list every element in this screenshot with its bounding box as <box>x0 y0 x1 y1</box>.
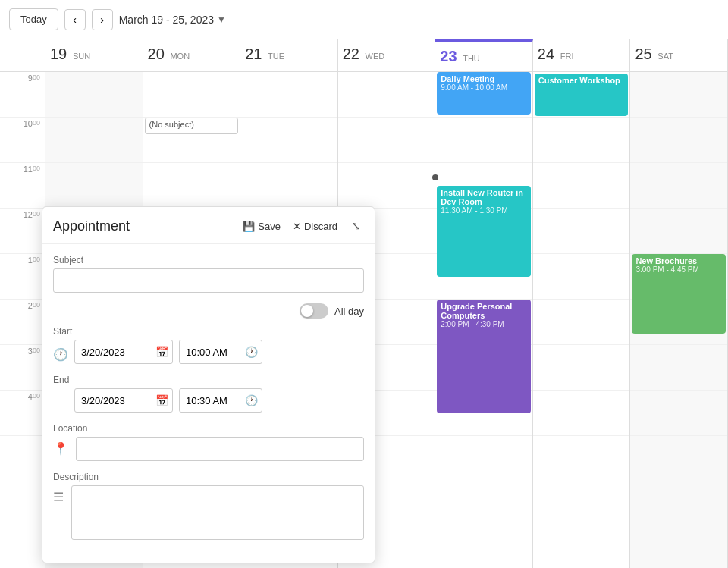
save-label: Save <box>258 221 281 232</box>
daily-meeting-title: Daily Meeting <box>441 74 527 83</box>
allday-label: All day <box>334 306 364 317</box>
hour-sat-4[interactable] <box>630 391 727 436</box>
day-col-thu[interactable]: Daily Meeting 9:00 AM - 10:00 AM Install… <box>435 72 533 568</box>
description-icon: ☰ <box>53 490 64 504</box>
hour-fri-3[interactable] <box>533 345 630 391</box>
prev-button[interactable]: ‹ <box>64 9 86 30</box>
hour-mon-9[interactable] <box>143 72 240 118</box>
popup-actions: 💾 Save ✕ Discard ⤡ <box>241 216 364 236</box>
popup-body: Subject All day Start 🕐 📅 <box>42 244 375 563</box>
calendar-container: 19 Sun 20 Mon 21 Tue 22 Wed 23 Thu 24 Fr… <box>0 39 728 568</box>
hour-tue-10[interactable] <box>240 118 337 163</box>
new-brochures-event[interactable]: New Brochures 3:00 PM - 4:45 PM <box>632 254 726 334</box>
time-label-10: 10 00 <box>0 118 45 163</box>
daily-meeting-time: 9:00 AM - 10:00 AM <box>441 83 527 92</box>
subject-label: Subject <box>53 255 364 265</box>
hour-mon-11[interactable] <box>143 163 240 209</box>
subject-input[interactable] <box>53 268 364 293</box>
hour-tue-11[interactable] <box>240 163 337 209</box>
popup-header: Appointment 💾 Save ✕ Discard ⤡ <box>42 207 375 244</box>
hour-fri-10[interactable] <box>533 118 630 163</box>
min-2: 00 <box>33 301 40 309</box>
hour-sat-12[interactable] <box>630 209 727 254</box>
day-num-tue: 21 <box>245 46 262 62</box>
hour-10: 10 <box>24 119 33 128</box>
discard-button[interactable]: ✕ Discard <box>291 218 339 235</box>
day-name-tue: Tue <box>268 52 284 61</box>
day-name-mon: Mon <box>170 52 190 61</box>
end-group: End 🕐 📅 🕐 <box>53 375 364 413</box>
hour-fri-11[interactable] <box>533 163 630 209</box>
save-icon: 💾 <box>243 221 255 232</box>
end-date-input[interactable] <box>74 388 173 413</box>
save-button[interactable]: 💾 Save <box>241 218 282 235</box>
end-time-wrap: 🕐 <box>179 388 262 413</box>
hour-sat-11[interactable] <box>630 163 727 209</box>
description-textarea[interactable] <box>71 485 364 540</box>
hour-thu-10[interactable] <box>435 118 532 163</box>
upgrade-computers-title: Upgrade Personal Computers <box>441 302 527 320</box>
time-labels: 9 00 10 00 11 00 12 00 1 00 2 00 <box>0 72 46 568</box>
day-col-sat[interactable]: New Brochures 3:00 PM - 4:45 PM <box>630 72 728 568</box>
hour-sun-11[interactable] <box>46 163 143 209</box>
description-label: Description <box>53 472 364 482</box>
hour-wed-9[interactable] <box>338 72 435 118</box>
hour-fri-1[interactable] <box>533 254 630 300</box>
location-input[interactable] <box>76 437 364 461</box>
day-header-fri: 24 Fri <box>533 39 631 71</box>
customer-workshop-event[interactable]: Customer Workshop <box>535 74 629 116</box>
no-subject-label: (No subject) <box>149 120 194 129</box>
hour-fri-2[interactable] <box>533 300 630 345</box>
hour-tue-9[interactable] <box>240 72 337 118</box>
appointment-popup: Appointment 💾 Save ✕ Discard ⤡ Subject <box>42 206 375 563</box>
day-header-mon: 20 Mon <box>143 39 241 71</box>
start-date-wrap: 📅 <box>74 340 173 364</box>
allday-row: All day <box>53 303 364 319</box>
hour-wed-11[interactable] <box>338 163 435 209</box>
end-date-wrap: 📅 <box>74 388 173 413</box>
daily-meeting-event[interactable]: Daily Meeting 9:00 AM - 10:00 AM <box>437 72 531 115</box>
no-subject-event[interactable]: (No subject) <box>145 118 239 134</box>
location-field-row: 📍 <box>53 437 364 461</box>
expand-button[interactable]: ⤡ <box>348 216 364 236</box>
hour-sun-10[interactable] <box>46 118 143 163</box>
time-indicator <box>435 177 532 177</box>
install-router-time: 11:30 AM - 1:30 PM <box>441 206 527 215</box>
hour-sat-9[interactable] <box>630 72 727 118</box>
clock-icon-start: 🕐 <box>53 347 68 362</box>
popup-title: Appointment <box>53 218 235 234</box>
header-spacer <box>0 39 46 71</box>
day-num-sat: 25 <box>635 46 651 62</box>
day-name-sun: Sun <box>73 52 90 61</box>
description-field-row: ☰ <box>53 485 364 540</box>
start-date-input[interactable] <box>74 340 173 364</box>
hour-sun-9[interactable] <box>46 72 143 118</box>
next-button[interactable]: › <box>92 9 113 30</box>
day-header-thu: 23 Thu <box>435 39 533 71</box>
location-icon: 📍 <box>53 441 68 456</box>
end-time-input[interactable] <box>179 388 262 413</box>
end-datetime-row: 🕐 📅 🕐 <box>53 388 364 413</box>
hour-sat-3[interactable] <box>630 345 727 391</box>
min-11: 00 <box>33 165 40 172</box>
allday-toggle[interactable] <box>300 303 328 319</box>
time-label-9: 9 00 <box>0 72 45 118</box>
end-label: End <box>53 375 364 385</box>
hour-fri-4[interactable] <box>533 391 630 436</box>
new-brochures-title: New Brochures <box>635 256 722 265</box>
start-label: Start <box>53 326 364 337</box>
upgrade-computers-event[interactable]: Upgrade Personal Computers 2:00 PM - 4:3… <box>437 300 531 413</box>
start-time-wrap: 🕐 <box>179 340 262 364</box>
start-datetime-row: 🕐 📅 🕐 <box>53 340 364 364</box>
date-range-selector[interactable]: March 19 - 25, 2023 ▼ <box>119 14 226 26</box>
hour-fri-12[interactable] <box>533 209 630 254</box>
today-button[interactable]: Today <box>9 8 58 30</box>
min-3: 00 <box>33 347 40 354</box>
install-router-event[interactable]: Install New Router in Dev Room 11:30 AM … <box>437 186 531 277</box>
hour-12: 12 <box>24 210 33 219</box>
start-time-input[interactable] <box>179 340 262 364</box>
hour-sat-10[interactable] <box>630 118 727 163</box>
time-label-11: 11 00 <box>0 163 45 209</box>
hour-wed-10[interactable] <box>338 118 435 163</box>
day-col-fri[interactable]: Customer Workshop <box>533 72 631 568</box>
